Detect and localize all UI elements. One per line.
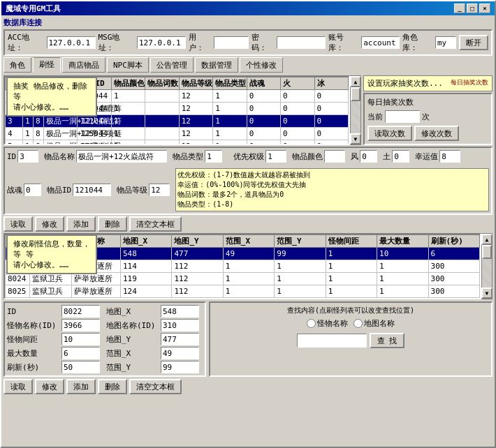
disconnect-button[interactable]: 断开 xyxy=(459,35,488,50)
msg-label: MSG地址： xyxy=(99,32,135,53)
item-wind-field[interactable] xyxy=(360,150,377,163)
monster-dist-field[interactable] xyxy=(61,333,100,345)
monster-popup-note: 修改刷怪信息，数量，等 等请小心修改。…… xyxy=(6,234,97,274)
item-modify-btn[interactable]: 修改 xyxy=(35,216,64,232)
item-add-btn[interactable]: 添加 xyxy=(66,216,96,232)
item-button-bar: 读取 修改 添加 删除 清空文本框 xyxy=(3,216,493,232)
lottery-panel: 每日抽奖次数 当前 次 读取次数 修改次数 xyxy=(363,93,493,145)
search-hint: 查找内容(点刷怪列表可以改变查找位置) xyxy=(213,306,488,315)
monster-name-id-field[interactable] xyxy=(61,319,100,331)
connection-panel: ACC地址： MSG地址： 用户： 密码： 账号库： 角色库： 断开 xyxy=(3,29,493,56)
item-delete-btn[interactable]: 删除 xyxy=(98,216,127,232)
tab-shop[interactable]: 商店物品 xyxy=(62,57,105,73)
item-popup-note: 抽奖 物品修改，删除 等请小心修改。…… xyxy=(6,77,97,117)
monster-mapname-id-field[interactable] xyxy=(161,319,199,331)
monster-table-scrollbar[interactable]: ▲ ▼ xyxy=(481,233,493,299)
acc-input[interactable] xyxy=(47,36,96,49)
monster-mapy-field[interactable] xyxy=(161,333,199,345)
item-row-4[interactable]: 418极品一洞+12帝王项链1250441121000 xyxy=(6,128,349,140)
monster-add-btn[interactable]: 添加 xyxy=(66,379,96,394)
scroll-down-icon[interactable]: ▼ xyxy=(350,133,361,144)
item-read-btn[interactable]: 读取 xyxy=(3,216,33,232)
titlebar-buttons: _ □ × xyxy=(454,3,490,13)
monster-scroll-down-icon[interactable]: ▼ xyxy=(481,288,493,299)
search-input[interactable] xyxy=(297,334,367,348)
db-name-label: 账号库： xyxy=(328,32,358,53)
radio-map-name[interactable]: 地图名称 xyxy=(353,318,395,329)
role-label: 角色库： xyxy=(402,32,432,53)
monster-rangey-field[interactable] xyxy=(161,361,199,373)
search-btn[interactable]: 查 找 xyxy=(370,333,404,348)
item-soul-field[interactable] xyxy=(24,184,41,196)
radio-monster-name[interactable]: 怪物名称 xyxy=(307,318,348,329)
item-row-3[interactable]: 318极品一洞+12火焱战符1210441121000 xyxy=(6,115,349,128)
tab-npc[interactable]: NPC脚本 xyxy=(107,57,149,73)
monster-mapx-field[interactable] xyxy=(161,305,199,318)
item-level-field[interactable] xyxy=(149,184,170,196)
monster-id-field[interactable] xyxy=(61,305,100,318)
item-clear-btn[interactable]: 清空文本框 xyxy=(129,216,182,232)
tab-role[interactable]: 角色 xyxy=(3,57,31,73)
monster-delete-btn[interactable]: 删除 xyxy=(98,379,127,394)
monster-modify-btn[interactable]: 修改 xyxy=(35,379,64,394)
msg-input[interactable] xyxy=(137,36,186,49)
item-id-field[interactable] xyxy=(17,150,38,163)
item-table-scrollbar[interactable]: ▲ ▼ xyxy=(350,75,361,145)
monster-max-field[interactable] xyxy=(61,347,100,359)
minimize-button[interactable]: _ xyxy=(454,3,465,13)
lottery-hint: 设置玩家抽奖次数... 每日抽奖次数 xyxy=(363,75,493,91)
tab-data[interactable]: 数据管理 xyxy=(195,57,238,73)
tab-bar: 角色 刷怪 商店物品 NPC脚本 公告管理 数据管理 个性修改 xyxy=(3,57,493,73)
close-button[interactable]: × xyxy=(479,3,490,13)
monster-read-btn[interactable]: 读取 xyxy=(3,379,33,394)
item-row-5[interactable]: 518极品一洞+12霸道战甲1310441121000 xyxy=(6,140,349,146)
monster-row-4[interactable]: 8025监狱卫兵萨举放逐所1241121111300 xyxy=(6,285,480,298)
monster-scroll-up-icon[interactable]: ▲ xyxy=(481,234,493,245)
pass-input[interactable] xyxy=(277,36,326,49)
item-detail-panel: ID 物品名称 物品类型 优先权级 物品颜色 风 xyxy=(3,147,493,215)
scroll-up-icon[interactable]: ▲ xyxy=(350,76,361,87)
db-label: 数据库连接 xyxy=(3,17,42,28)
monster-row-3[interactable]: 8024监狱卫兵萨举放逐所1191121111300 xyxy=(6,273,480,285)
maximize-button[interactable]: □ xyxy=(467,3,478,13)
user-input[interactable] xyxy=(214,36,249,49)
tab-personal[interactable]: 个性修改 xyxy=(240,57,283,73)
monster-detail-panel: ID 地图_X 怪物名称(ID) 地图名称(ID) 怪物间距 地图_Y xyxy=(3,301,206,377)
monster-search-panel: 查找内容(点刷怪列表可以改变查找位置) 怪物名称 地图名称 查 xyxy=(209,301,493,377)
read-times-btn[interactable]: 读取次数 xyxy=(367,126,412,141)
monster-row-5[interactable]: 8026监狱卫兵萨举放逐所1291121111300 xyxy=(6,298,480,300)
role-input[interactable] xyxy=(435,36,456,49)
monster-refresh-field[interactable] xyxy=(61,361,100,373)
item-priority-field[interactable] xyxy=(265,150,286,163)
tab-monster[interactable]: 刷怪 xyxy=(33,57,61,73)
item-type-field[interactable] xyxy=(205,150,222,163)
acc-label: ACC地址： xyxy=(8,32,44,53)
item-itemid-field[interactable] xyxy=(73,184,111,196)
monster-clear-btn[interactable]: 清空文本框 xyxy=(129,379,182,394)
monster-rangex-field[interactable] xyxy=(161,347,199,359)
item-earth-field[interactable] xyxy=(392,150,409,163)
lottery-current-input[interactable] xyxy=(385,110,420,123)
item-name-field[interactable] xyxy=(76,150,167,163)
monster-button-bar: 读取 修改 添加 删除 清空文本框 xyxy=(3,379,493,394)
user-label: 用户： xyxy=(189,32,211,53)
pass-label: 密码： xyxy=(251,32,274,53)
item-luck-field[interactable] xyxy=(439,150,460,163)
modify-times-btn[interactable]: 修改次数 xyxy=(414,126,459,141)
window-title: 魔域专用GM工具 xyxy=(6,3,61,14)
item-hint-text: 优先权级：(1-7)数值越大就越容易被抽到幸运值：(0%-100%)同等优先权值… xyxy=(175,168,489,211)
tab-notice[interactable]: 公告管理 xyxy=(150,57,194,73)
titlebar: 魔域专用GM工具 _ □ × xyxy=(1,1,495,15)
item-color-field[interactable] xyxy=(324,150,345,163)
db-input[interactable] xyxy=(361,36,400,49)
